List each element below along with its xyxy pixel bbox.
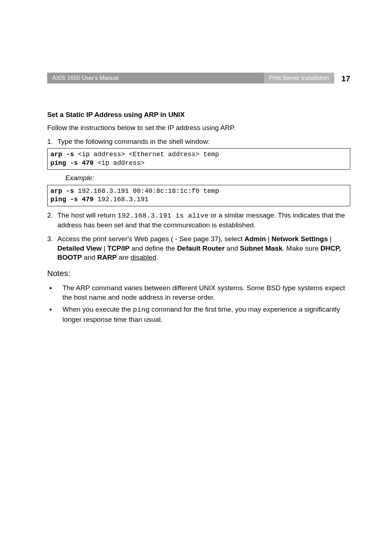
bullet-text: When you execute the ping command for th… xyxy=(62,305,350,324)
code-text: <ip address> xyxy=(94,159,144,167)
text-segment: and define the xyxy=(130,244,177,252)
text-segment: | xyxy=(266,235,272,243)
code-text: 192.168.3.191 xyxy=(94,196,148,203)
header-manual-title: AXIS 1650 User's Manual xyxy=(47,73,264,84)
inline-code: ping xyxy=(133,306,150,314)
step-text: Access the print server's Web pages ( - … xyxy=(57,234,350,262)
text-segment: and xyxy=(82,254,97,261)
page-number: 17 xyxy=(342,73,350,84)
text-segment: are xyxy=(117,254,131,261)
step-text: Type the following commands in the shell… xyxy=(57,137,350,146)
bold-text: Detailed View xyxy=(57,244,102,252)
note-bullet-1: • The ARP command varies between differe… xyxy=(47,283,350,302)
code-text: <ip address> <Ethernet address> temp xyxy=(74,151,219,158)
note-bullet-2: • When you execute the ping command for … xyxy=(47,305,350,324)
step-text: The host will return 192.168.3.191 is al… xyxy=(57,211,350,230)
code-bold: arp -s xyxy=(50,187,74,195)
bullet-text: The ARP command varies between different… xyxy=(62,283,350,302)
bullet-icon: • xyxy=(47,305,62,324)
text-segment: . Make sure xyxy=(282,244,320,252)
code-text: 192.168.3.191 00:40:8c:18:1c:f0 temp xyxy=(74,187,219,195)
step-number: 1. xyxy=(47,137,57,146)
code-bold: arp -s xyxy=(50,151,74,158)
step-2: 2. The host will return 192.168.3.191 is… xyxy=(47,211,350,230)
bold-text: Default Router xyxy=(177,244,225,252)
inline-code: 192.168.3.191 is alive xyxy=(118,212,209,220)
header-section-title: Print Server Installation xyxy=(264,73,334,84)
bold-text: TCP/IP xyxy=(107,244,130,252)
bold-text: RARP xyxy=(97,254,117,261)
example-label: Example: xyxy=(65,174,350,182)
section-intro: Follow the instructions below to set the… xyxy=(47,123,350,133)
text-segment: The host will return xyxy=(57,211,118,219)
bold-text: Network Settings xyxy=(271,235,328,243)
text-segment: When you execute the xyxy=(62,305,133,313)
text-segment: | xyxy=(102,244,107,252)
text-segment: and xyxy=(225,244,240,252)
notes-heading: Notes: xyxy=(47,269,350,278)
step-number: 2. xyxy=(47,211,57,230)
bullet-icon: • xyxy=(47,283,62,302)
page-content: AXIS 1650 User's Manual Print Server Ins… xyxy=(0,0,392,324)
code-bold: ping -s 479 xyxy=(50,196,94,203)
step-1: 1. Type the following commands in the sh… xyxy=(47,137,350,146)
code-block-template: arp -s <ip address> <Ethernet address> t… xyxy=(47,148,350,170)
page-header: AXIS 1650 User's Manual Print Server Ins… xyxy=(47,73,350,84)
code-block-example: arp -s 192.168.3.191 00:40:8c:18:1c:f0 t… xyxy=(47,185,350,206)
step-3: 3. Access the print server's Web pages (… xyxy=(47,234,350,262)
text-segment: | xyxy=(328,235,331,243)
step-number: 3. xyxy=(47,234,57,262)
text-segment: . xyxy=(156,254,158,261)
section-heading: Set a Static IP Address using ARP in UNI… xyxy=(47,111,350,119)
bold-text: Admin xyxy=(244,235,266,243)
bold-text: Subnet Mask xyxy=(240,244,282,252)
code-bold: ping -s 479 xyxy=(50,159,94,167)
text-segment: Access the print server's Web pages ( - … xyxy=(57,235,244,243)
underline-text: disabled xyxy=(131,254,156,261)
